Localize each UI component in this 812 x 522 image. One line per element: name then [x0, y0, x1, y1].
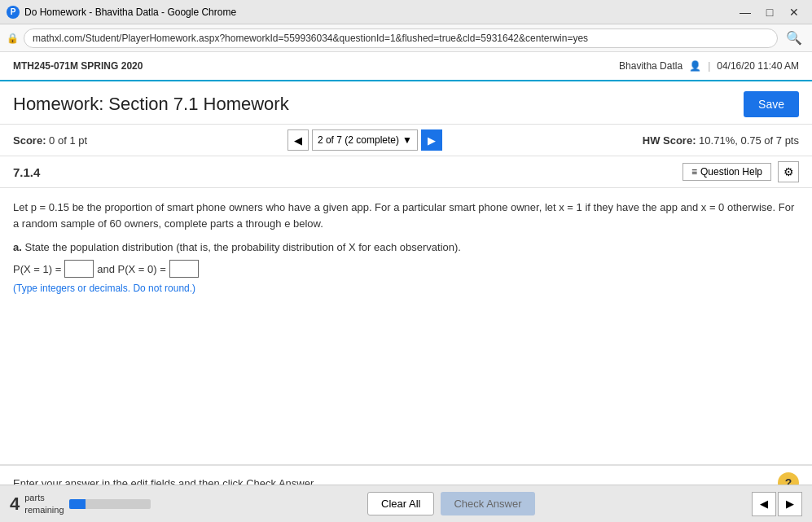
user-name: Bhavitha Datla — [619, 60, 683, 72]
dropdown-arrow-icon: ▼ — [402, 134, 412, 146]
progress-bar — [69, 499, 151, 509]
hw-score-value: 10.71%, 0.75 of 7 pts — [699, 134, 799, 147]
progress-bar-fill — [69, 499, 86, 509]
title-bar: P Do Homework - Bhavitha Datla - Google … — [0, 0, 812, 24]
course-header: MTH245-071M SPRING 2020 Bhavitha Datla 👤… — [0, 52, 812, 81]
current-question-label: 2 of 7 (2 complete) — [318, 134, 399, 146]
window-title: Do Homework - Bhavitha Datla - Google Ch… — [24, 7, 236, 18]
maximize-button[interactable]: □ — [758, 1, 781, 24]
question-help-label: Question Help — [700, 166, 762, 178]
browser-icon: P — [7, 6, 20, 19]
formula-row: P(X = 1) = and P(X = 0) = — [13, 260, 799, 278]
user-icon: 👤 — [689, 60, 701, 72]
help-list-icon: ≡ — [691, 166, 697, 178]
address-input[interactable] — [24, 29, 778, 48]
bottom-bar: 4 parts remaining Clear All Check Answer… — [0, 485, 812, 522]
course-title: MTH245-071M SPRING 2020 — [13, 60, 143, 72]
bottom-next-button[interactable]: ▶ — [778, 492, 802, 516]
main-content: Let p = 0.15 be the proportion of smart … — [0, 188, 812, 465]
next-question-button[interactable]: ▶ — [421, 129, 442, 151]
separator: | — [708, 60, 710, 72]
px1-label: P(X = 1) = — [13, 263, 61, 275]
bottom-prev-button[interactable]: ◀ — [752, 492, 776, 516]
search-button[interactable]: 🔍 — [783, 27, 805, 50]
question-header: 7.1.4 ≡ Question Help ⚙ — [0, 156, 812, 188]
lock-icon: 🔒 — [7, 33, 19, 44]
part-a-label: a. State the population distribution (th… — [13, 241, 799, 253]
minimize-button[interactable]: — — [734, 1, 757, 24]
parts-line2: remaining — [24, 504, 64, 515]
check-answer-button[interactable]: Check Answer — [441, 492, 534, 515]
parts-number: 4 — [10, 493, 20, 515]
score-bar: Score: 0 of 1 pt ◀ 2 of 7 (2 complete) ▼… — [0, 125, 812, 156]
question-help-button[interactable]: ≡ Question Help — [683, 163, 771, 181]
hw-score-label: HW Score: — [643, 134, 696, 147]
clear-all-button[interactable]: Clear All — [367, 492, 434, 515]
datetime: 04/16/20 11:40 AM — [717, 60, 799, 72]
problem-text: Let p = 0.15 be the proportion of smart … — [13, 200, 799, 231]
score-value: 0 of 1 pt — [49, 134, 87, 147]
prev-question-button[interactable]: ◀ — [287, 129, 309, 151]
question-number: 7.1.4 — [13, 165, 40, 179]
parts-line1: parts — [24, 492, 64, 503]
settings-button[interactable]: ⚙ — [778, 161, 799, 182]
save-button[interactable]: Save — [744, 91, 799, 117]
hint-text: (Type integers or decimals. Do not round… — [13, 283, 799, 294]
homework-title: Homework: Section 7.1 Homework — [13, 94, 289, 115]
px1-input[interactable] — [64, 260, 94, 278]
close-button[interactable]: ✕ — [783, 1, 805, 24]
score-label: Score: — [13, 134, 46, 147]
px0-label: and P(X = 0) = — [97, 263, 166, 275]
parts-info: 4 parts remaining — [10, 492, 151, 515]
address-bar: 🔒 🔍 — [0, 24, 812, 52]
question-selector[interactable]: 2 of 7 (2 complete) ▼ — [312, 129, 418, 151]
px0-input[interactable] — [169, 260, 199, 278]
homework-header: Homework: Section 7.1 Homework Save — [0, 81, 812, 125]
